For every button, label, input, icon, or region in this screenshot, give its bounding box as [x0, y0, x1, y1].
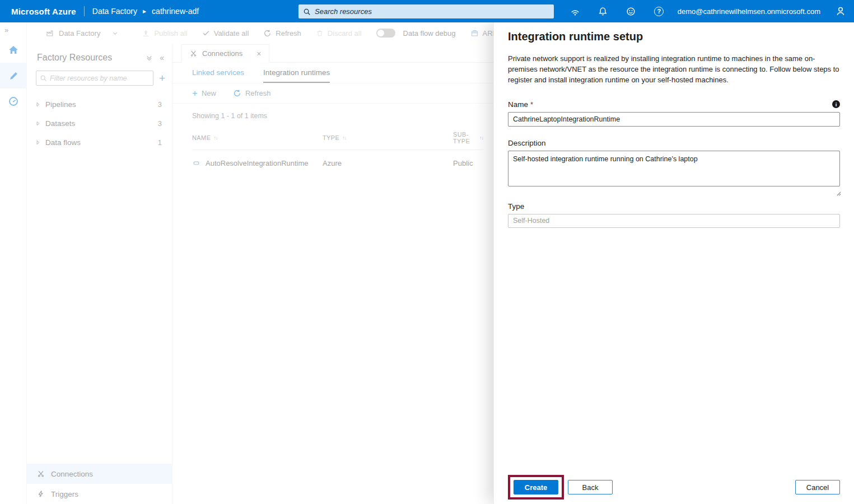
tab-connections[interactable]: Connections × [181, 44, 269, 63]
search-icon [303, 8, 311, 16]
integration-runtime-icon [192, 159, 200, 167]
signal-icon[interactable] [561, 0, 589, 22]
add-resource-icon[interactable]: + [159, 73, 165, 83]
description-label-row: Description [508, 139, 840, 147]
workspace: » Data Factory [0, 22, 854, 504]
panel-footer: Create Back Cancel [508, 475, 840, 500]
tree-item-count: 1 [158, 138, 162, 147]
collapse-panel-icon[interactable]: « [160, 53, 164, 62]
arm-template-button[interactable]: ARM templ [470, 29, 494, 38]
list-refresh-button[interactable]: Refresh [233, 89, 271, 97]
factory-scope-label: Data Factory [59, 29, 100, 38]
global-search[interactable] [298, 4, 554, 18]
refresh-icon [263, 29, 272, 38]
connections-icon [37, 470, 45, 478]
nav-author[interactable] [0, 63, 27, 88]
column-header-sub-type[interactable]: SUB-TYPE ↑↓ [453, 131, 483, 144]
runtime-name-input[interactable] [508, 112, 840, 127]
arm-template-icon [470, 29, 479, 38]
runtime-name: AutoResolveIntegrationRuntime [206, 159, 309, 167]
required-asterisk: * [530, 100, 533, 109]
adf-toolbar: Data Factory Publish all Validate all [27, 22, 493, 44]
column-header-name[interactable]: NAME ↑↓ [192, 131, 323, 144]
azure-top-bar: Microsoft Azure Data Factory ▶ cathrinew… [0, 0, 854, 22]
runtime-description-input[interactable]: Self-hosted integration runtime running … [508, 151, 840, 186]
factory-icon [46, 29, 55, 38]
nav-home[interactable] [0, 37, 27, 63]
toggle-knob [377, 30, 384, 36]
info-icon[interactable]: i [832, 100, 840, 108]
notifications-bell-icon[interactable] [589, 0, 617, 22]
discard-all-button[interactable]: Discard all [316, 29, 362, 38]
toolbar-refresh-label: Refresh [276, 29, 301, 38]
chevron-right-icon [35, 139, 41, 146]
plus-icon: + [192, 88, 198, 98]
collapse-all-icon[interactable] [146, 54, 153, 62]
tree-item-datasets[interactable]: Datasets 3 [27, 114, 172, 133]
connections-subtabs: Linked services Integration runtimes [172, 63, 493, 83]
description-field-wrap: Self-hosted integration runtime running … [508, 151, 840, 189]
tree-item-pipelines[interactable]: Pipelines 3 [27, 95, 172, 114]
runtime-subtype-cell: Public [453, 159, 483, 167]
sidebar-item-triggers[interactable]: Triggers [27, 484, 172, 504]
breadcrumb-chevron-icon: ▶ [143, 9, 146, 14]
tree-item-label: Data flows [45, 138, 158, 147]
factory-resources-panel: Factory Resources « + Pipelines 3 [27, 44, 172, 504]
subtab-integration-runtimes[interactable]: Integration runtimes [263, 63, 330, 83]
help-icon[interactable]: ? [645, 0, 673, 22]
trash-icon [316, 29, 324, 37]
search-resources-input[interactable] [315, 7, 549, 16]
factory-scope-select[interactable]: Data Factory [46, 29, 118, 38]
azure-brand[interactable]: Microsoft Azure [11, 7, 76, 16]
publish-icon [142, 29, 150, 38]
subtab-linked-services[interactable]: Linked services [192, 63, 244, 83]
table-header-row: NAME ↑↓ TYPE ↑↓ SUB-TYPE ↑↓ [192, 131, 483, 150]
pencil-icon [8, 71, 19, 81]
publish-all-label: Publish all [154, 29, 187, 38]
app-window: Microsoft Azure Data Factory ▶ cathrinew… [0, 0, 854, 504]
expand-rail-icon[interactable]: » [0, 22, 26, 37]
runtimes-table: NAME ↑↓ TYPE ↑↓ SUB-TYPE ↑↓ [192, 131, 483, 176]
sidebar-item-connections[interactable]: Connections [27, 464, 172, 484]
close-tab-icon[interactable]: × [256, 49, 261, 58]
tree-item-label: Pipelines [45, 100, 158, 109]
back-button[interactable]: Back [568, 480, 613, 494]
description-label: Description [508, 139, 546, 147]
list-actions: + New Refresh [172, 83, 493, 104]
topbar-breadcrumb: Microsoft Azure Data Factory ▶ cathrinew… [0, 6, 199, 16]
chevron-down-icon [112, 30, 118, 36]
panel-title: Integration runtime setup [508, 30, 840, 43]
chevron-right-icon [35, 101, 41, 108]
account-avatar-icon[interactable] [827, 0, 854, 22]
panel-intro-text: Private network support is realized by i… [508, 53, 840, 86]
resource-filter-input[interactable] [50, 74, 150, 82]
toolbar-refresh-button[interactable]: Refresh [263, 29, 301, 38]
column-label: SUB-TYPE [453, 131, 477, 144]
connections-tab-icon [190, 50, 197, 57]
resize-grip-icon[interactable] [836, 190, 841, 196]
new-label: New [202, 89, 216, 97]
name-label: Name [508, 100, 528, 109]
breadcrumb-app[interactable]: Data Factory [92, 7, 137, 16]
cancel-button[interactable]: Cancel [795, 480, 840, 494]
tree-item-data-flows[interactable]: Data flows 1 [27, 133, 172, 152]
nav-monitor[interactable] [0, 88, 27, 114]
validate-all-button[interactable]: Validate all [202, 29, 249, 38]
table-row[interactable]: AutoResolveIntegrationRuntime Azure Publ… [192, 150, 483, 176]
account-email[interactable]: demo@cathrinewilhelmsen.onmicrosoft.com [678, 7, 820, 16]
resource-filter-box[interactable] [36, 71, 153, 86]
tree-item-count: 3 [158, 119, 162, 128]
discard-all-label: Discard all [328, 29, 362, 38]
column-header-type[interactable]: TYPE ↑↓ [323, 131, 453, 144]
sort-icon: ↑↓ [213, 135, 217, 141]
publish-all-button[interactable]: Publish all [142, 29, 187, 38]
new-runtime-button[interactable]: + New [192, 88, 216, 98]
sort-icon: ↑↓ [479, 135, 483, 141]
items-count-text: Showing 1 - 1 of 1 items [172, 104, 493, 120]
gauge-icon [8, 96, 19, 107]
breadcrumb-resource[interactable]: cathrinew-adf [152, 7, 199, 16]
create-button[interactable]: Create [514, 480, 558, 494]
data-flow-debug-toggle[interactable] [376, 29, 395, 38]
resources-bottom-nav: Connections Triggers [27, 464, 172, 504]
feedback-smiley-icon[interactable] [617, 0, 645, 22]
